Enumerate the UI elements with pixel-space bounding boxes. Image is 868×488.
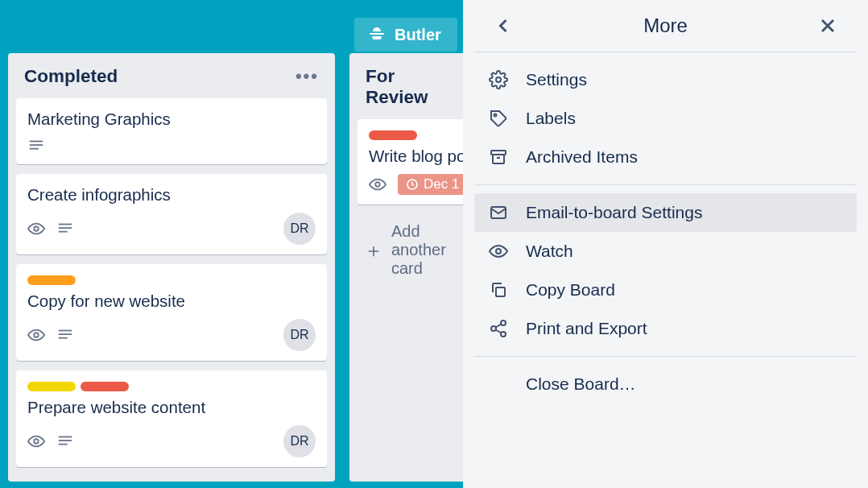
list-menu-button[interactable]: ••• [296,66,319,87]
svg-point-11 [34,439,39,444]
description-icon [27,137,45,155]
menu-label: Watch [526,242,573,261]
copy-icon [489,280,508,300]
menu-label: Settings [526,70,587,89]
due-date-text: Dec 1 [424,176,459,192]
menu-label: Close Board… [526,374,636,394]
menu-item-close-board[interactable]: Close Board… [474,365,857,403]
svg-point-15 [375,182,380,187]
svg-rect-9 [59,333,72,335]
avatar[interactable]: DR [283,319,316,351]
svg-point-7 [34,333,39,337]
gear-icon [489,70,508,89]
card[interactable]: Marketing Graphics [16,98,327,164]
card[interactable]: Prepare website content DR [16,370,327,467]
menu-label: Print and Export [526,319,647,338]
svg-point-3 [34,226,39,231]
share-icon [489,319,508,338]
menu-item-watch[interactable]: Watch [474,232,857,271]
svg-rect-1 [30,144,43,146]
menu-item-labels[interactable]: Labels [474,99,857,138]
svg-point-26 [501,321,506,325]
svg-rect-6 [59,231,68,233]
list-title[interactable]: Completed [24,66,118,87]
label-orange[interactable] [27,275,76,285]
menu-item-archived[interactable]: Archived Items [474,138,857,176]
add-card-label: Add another card [391,222,456,278]
svg-point-24 [496,249,501,254]
svg-rect-12 [59,436,72,438]
back-button[interactable] [492,14,515,37]
butler-button[interactable]: Butler [354,18,457,52]
card-title: Copy for new website [27,292,316,311]
close-button[interactable] [816,14,839,37]
watch-icon [27,220,45,238]
menu-item-email-to-board[interactable]: Email-to-board Settings [474,193,857,232]
plus-icon: ＋ [364,238,383,263]
board-menu-panel: More Settings Labels Archived Items Emai… [463,0,868,488]
butler-label: Butler [395,26,441,44]
svg-rect-21 [491,151,506,155]
svg-rect-4 [59,224,72,225]
svg-point-28 [501,332,506,337]
add-card-button[interactable]: ＋ Add another card [358,214,462,286]
card-title: Write blog post [369,147,470,166]
label-red[interactable] [369,130,417,140]
eye-icon [489,242,508,261]
butler-icon [367,25,386,44]
description-icon [56,326,74,344]
watch-icon [27,326,45,344]
svg-rect-5 [59,227,72,229]
card[interactable]: Write blog post Dec 1 [358,119,470,205]
svg-rect-0 [30,141,43,143]
list-completed: Completed ••• Marketing Graphics Create … [8,53,335,482]
mail-icon [489,203,508,222]
svg-rect-8 [59,330,72,332]
menu-label: Archived Items [526,147,638,167]
clock-icon [406,178,419,191]
card-title: Prepare website content [27,398,316,417]
panel-title: More [643,14,688,37]
svg-rect-2 [30,148,39,150]
svg-rect-10 [59,337,68,339]
svg-rect-14 [59,444,68,445]
card[interactable]: Create infographics DR [16,174,327,254]
svg-rect-25 [496,287,505,296]
due-date-badge[interactable]: Dec 1 [398,174,467,195]
tag-icon [489,109,508,128]
svg-line-29 [496,325,502,328]
menu-label: Email-to-board Settings [526,203,702,222]
avatar[interactable]: DR [283,425,316,457]
svg-point-27 [491,326,496,331]
description-icon [56,220,74,238]
svg-point-19 [496,77,501,82]
card-title: Create infographics [27,185,316,205]
avatar[interactable]: DR [283,213,316,245]
watch-icon [369,176,386,193]
list-title[interactable]: For Review [366,66,454,108]
label-red[interactable] [81,382,129,391]
list-for-review: For Review Write blog post Dec 1 ＋ Add a… [349,53,470,482]
card-title: Marketing Graphics [27,110,316,129]
watch-icon [27,432,45,450]
menu-item-print-export[interactable]: Print and Export [474,309,857,348]
svg-line-30 [496,330,502,333]
archive-icon [489,147,508,167]
menu-item-copy-board[interactable]: Copy Board [474,271,857,309]
menu-item-settings[interactable]: Settings [474,60,857,99]
svg-point-20 [494,114,497,117]
svg-rect-13 [59,440,72,441]
label-yellow[interactable] [27,382,76,391]
menu-label: Labels [526,109,576,128]
description-icon [56,432,74,450]
card[interactable]: Copy for new website DR [16,264,327,361]
menu-label: Copy Board [526,280,615,300]
